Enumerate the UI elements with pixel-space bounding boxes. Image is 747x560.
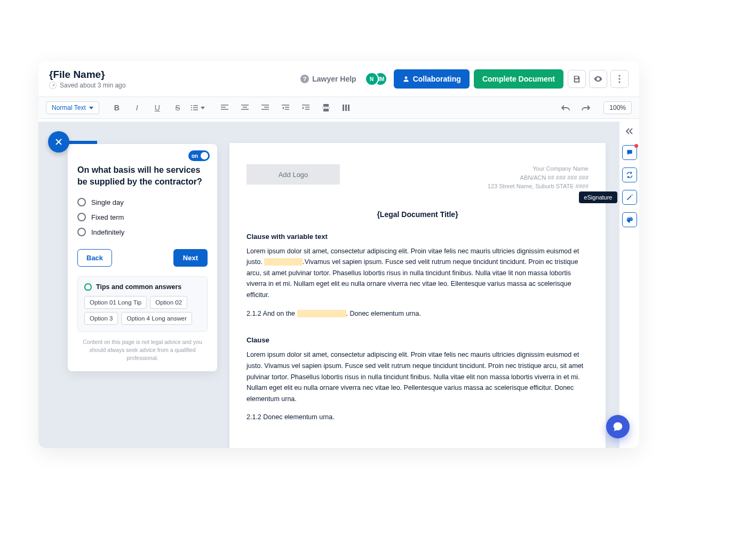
lawyer-help-link[interactable]: ? Lawyer Help [300, 75, 356, 83]
text-style-select[interactable]: Normal Text [46, 101, 99, 114]
list-button[interactable] [189, 100, 207, 115]
palette-icon [626, 216, 633, 223]
tips-heading-label: Tips and common answers [96, 283, 181, 291]
underline-icon: U [155, 103, 160, 112]
italic-button[interactable]: I [128, 100, 146, 115]
eye-icon [593, 74, 603, 84]
lightbulb-icon [84, 283, 92, 291]
svg-point-4 [191, 105, 192, 106]
refresh-icon [626, 171, 633, 179]
complete-label: Complete Document [482, 75, 555, 83]
columns-button[interactable] [337, 100, 355, 115]
clock-icon [49, 82, 57, 89]
variable-placeholder[interactable] [297, 310, 346, 317]
undo-button[interactable] [557, 100, 575, 115]
outdent-icon [282, 105, 289, 111]
find-replace-button[interactable] [622, 167, 637, 182]
company-abn: ABN/ACN ## ### ### ### [488, 173, 589, 182]
disclaimer-text: Content on this page is not legal advice… [77, 338, 208, 362]
collaborator-avatars[interactable]: N HM [365, 72, 387, 86]
align-left-button[interactable] [216, 100, 234, 115]
option-label: Single day [91, 198, 124, 206]
person-icon [402, 75, 410, 83]
collaborating-button[interactable]: Collaborating [394, 69, 470, 89]
strike-icon: S [175, 103, 180, 112]
clause-paragraph: Lorem ipsum dolor sit amet, consectetur … [247, 349, 589, 404]
tip-chip[interactable]: Option 02 [150, 296, 187, 309]
app-window: {File Name} Saved about 3 min ago ? Lawy… [38, 61, 639, 448]
company-name: Your Company Name [488, 164, 589, 173]
indent-button[interactable] [297, 100, 315, 115]
clause-paragraph: 2.1.2 And on the . Donec elementum urna. [247, 308, 589, 319]
indent-icon [302, 105, 309, 111]
comments-button[interactable] [622, 145, 637, 160]
panel-toggle[interactable]: on [188, 150, 210, 161]
redo-button[interactable] [577, 100, 595, 115]
document-header: Add Logo Your Company Name ABN/ACN ## ##… [247, 164, 589, 191]
option-single-day[interactable]: Single day [77, 195, 208, 210]
zoom-level[interactable]: 100% [603, 101, 632, 114]
underline-button[interactable]: U [148, 100, 166, 115]
page-break-button[interactable] [317, 100, 335, 115]
theme-button[interactable] [622, 212, 637, 227]
add-logo-button[interactable]: Add Logo [247, 164, 340, 185]
svg-rect-28 [343, 105, 344, 111]
tips-chips: Option 01 Long Tip Option 02 Option 3 Op… [84, 296, 201, 325]
company-block: Your Company Name ABN/ACN ## ### ### ###… [488, 164, 589, 191]
tip-chip[interactable]: Option 3 [84, 312, 118, 325]
document-title: {Legal Document Title} [247, 210, 589, 219]
bold-button[interactable]: B [108, 100, 126, 115]
clause-text: 2.1.2 And on the [247, 310, 297, 317]
comment-icon [626, 149, 633, 156]
next-button[interactable]: Next [173, 249, 208, 267]
option-label: Indefinitely [91, 228, 124, 236]
align-right-button[interactable] [256, 100, 274, 115]
strike-button[interactable]: S [169, 100, 187, 115]
saved-status: Saved about 3 min ago [49, 82, 125, 89]
lawyer-help-label: Lawyer Help [312, 75, 356, 83]
file-info: {File Name} Saved about 3 min ago [49, 69, 125, 89]
toggle-label: on [190, 153, 201, 159]
align-center-button[interactable] [236, 100, 254, 115]
back-button[interactable]: Back [77, 249, 112, 267]
esignature-button[interactable]: eSignature [622, 190, 637, 205]
option-indefinitely[interactable]: Indefinitely [77, 225, 208, 239]
list-icon [190, 105, 198, 111]
radio-icon [77, 213, 86, 221]
complete-document-button[interactable]: Complete Document [474, 69, 563, 89]
save-button[interactable] [568, 70, 586, 88]
chat-fab[interactable] [606, 415, 630, 438]
tip-chip[interactable]: Option 4 Long answer [121, 312, 192, 325]
esignature-tooltip: eSignature [579, 191, 617, 203]
question-text: On what basis will he services be suppli… [77, 164, 208, 187]
chevron-down-icon [89, 107, 93, 109]
page-break-icon [322, 104, 330, 111]
text-style-label: Normal Text [52, 104, 86, 111]
help-icon: ? [300, 75, 309, 83]
option-fixed-term[interactable]: Fixed term [77, 210, 208, 225]
collaborating-label: Collaborating [413, 75, 461, 83]
close-icon [55, 138, 62, 146]
redo-icon [582, 105, 590, 111]
collapse-rail-button[interactable] [623, 125, 636, 138]
preview-button[interactable] [589, 70, 607, 88]
question-panel: on On what basis will he services be sup… [68, 144, 217, 371]
svg-point-1 [618, 75, 620, 76]
avatar: N [365, 72, 379, 86]
svg-point-3 [618, 81, 620, 83]
document-page[interactable]: Add Logo Your Company Name ABN/ACN ## ##… [229, 143, 606, 448]
variable-placeholder[interactable] [264, 258, 303, 266]
more-menu-button[interactable] [610, 70, 629, 88]
outdent-button[interactable] [276, 100, 295, 115]
company-address: 123 Street Name, Suburb STATE #### [488, 182, 589, 191]
align-center-icon [241, 105, 249, 111]
tip-chip[interactable]: Option 01 Long Tip [84, 296, 147, 309]
radio-icon [77, 228, 86, 236]
clause-text: . Donec elementum urna. [346, 310, 421, 317]
svg-point-2 [618, 78, 620, 79]
close-panel-button[interactable] [48, 131, 69, 153]
workspace: on On what basis will he services be sup… [38, 122, 619, 448]
tips-heading: Tips and common answers [84, 283, 201, 291]
svg-point-6 [191, 107, 192, 108]
chevron-double-left-icon [626, 128, 633, 134]
